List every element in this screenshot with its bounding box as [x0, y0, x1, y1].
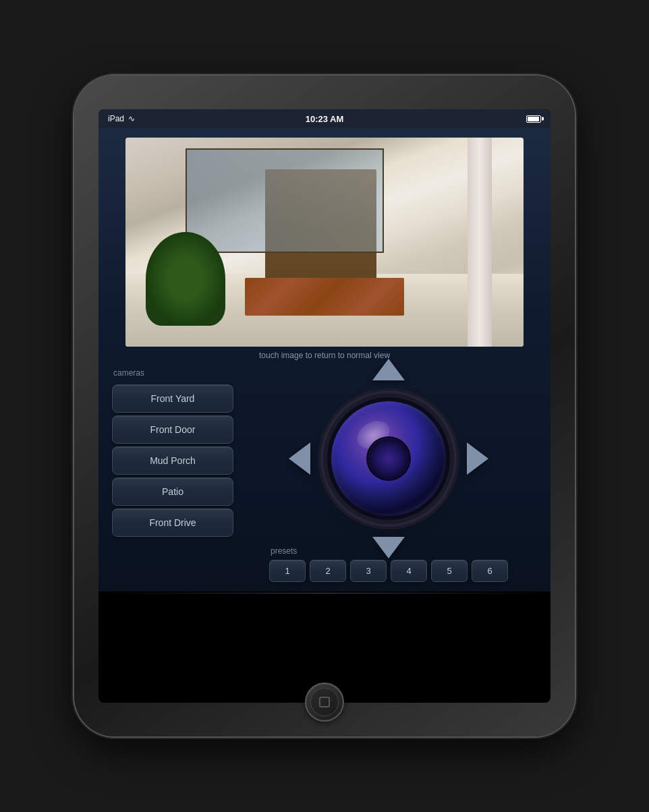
- preset-btn-2[interactable]: 2: [310, 560, 346, 582]
- ptz-area: [301, 371, 476, 546]
- ptz-right-button[interactable]: [467, 442, 488, 475]
- preset-btn-3[interactable]: 3: [350, 560, 387, 582]
- ptz-and-presets: presets 1 2 3 4 5 6: [240, 368, 537, 585]
- status-left: iPad ∿: [108, 114, 135, 123]
- ipad-screen: iPad ∿ 10:23 AM: [98, 109, 551, 703]
- cameras-label: cameras: [112, 368, 233, 378]
- camera-feed[interactable]: [125, 138, 524, 347]
- preset-buttons: 1 2 3 4 5 6: [269, 560, 508, 582]
- battery-icon: [526, 115, 541, 123]
- status-bar: iPad ∿ 10:23 AM: [98, 109, 551, 128]
- preset-btn-4[interactable]: 4: [391, 560, 427, 582]
- camera-btn-front-door[interactable]: Front Door: [112, 415, 233, 444]
- separator: [98, 593, 551, 593]
- app-area: touch image to return to normal view cam…: [98, 128, 551, 591]
- camera-btn-front-drive[interactable]: Front Drive: [112, 509, 233, 537]
- home-square-icon: [319, 697, 330, 707]
- carrier-label: iPad: [108, 114, 124, 123]
- home-button[interactable]: [305, 683, 344, 722]
- ptz-down-button[interactable]: [372, 537, 405, 558]
- camera-btn-front-yard[interactable]: Front Yard: [112, 384, 233, 413]
- home-button-inner: [310, 688, 339, 716]
- door-scene: [125, 138, 524, 347]
- camera-btn-patio[interactable]: Patio: [112, 477, 233, 506]
- status-time: 10:23 AM: [306, 114, 344, 124]
- preset-btn-1[interactable]: 1: [269, 560, 306, 582]
- preset-btn-6[interactable]: 6: [472, 560, 508, 582]
- camera-lens: [331, 401, 446, 516]
- touch-hint: touch image to return to normal view: [98, 347, 551, 363]
- camera-list: cameras Front Yard Front Door Mud Porch …: [112, 368, 233, 585]
- controls-area: cameras Front Yard Front Door Mud Porch …: [98, 363, 551, 591]
- status-right: [526, 115, 541, 123]
- preset-btn-5[interactable]: 5: [431, 560, 468, 582]
- wifi-icon: ∿: [128, 114, 135, 123]
- ptz-left-button[interactable]: [289, 442, 310, 475]
- lens-inner: [368, 438, 409, 479]
- ptz-up-button[interactable]: [372, 359, 405, 380]
- ipad-device: iPad ∿ 10:23 AM: [74, 76, 575, 736]
- camera-btn-mud-porch[interactable]: Mud Porch: [112, 446, 233, 475]
- ptz-ring: [301, 371, 476, 546]
